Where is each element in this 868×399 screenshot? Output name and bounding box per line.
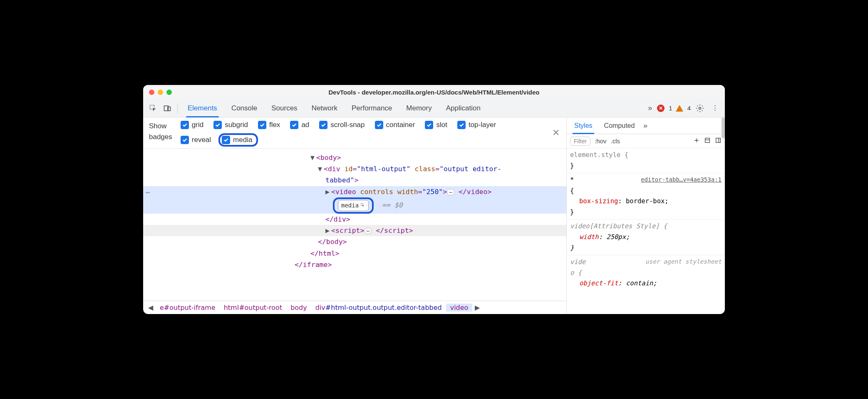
- tab-network[interactable]: Network: [306, 99, 343, 117]
- badge-checkbox-media[interactable]: media: [218, 133, 258, 147]
- more-tabs-icon[interactable]: »: [646, 104, 654, 112]
- breadcrumb: ◀ e#output-iframe html#output-root body …: [143, 301, 566, 314]
- scrollbar-thumb[interactable]: [722, 117, 725, 138]
- tab-application[interactable]: Application: [440, 99, 486, 117]
- badge-checkbox-ad[interactable]: ad: [290, 121, 309, 129]
- badges-label: Showbadges: [149, 121, 172, 142]
- elements-panel: Showbadges grid subgrid flex ad scroll-s…: [143, 117, 567, 314]
- source-link[interactable]: editor-tabb…v=4ae353a:1: [641, 175, 722, 185]
- more-sidebar-tabs-icon[interactable]: »: [641, 121, 649, 130]
- badge-checkbox-grid[interactable]: grid: [181, 121, 203, 129]
- dom-node-div[interactable]: ▼<div id="html-output" class="output edi…: [143, 163, 566, 175]
- window-title: DevTools - developer.mozilla.org/en-US/d…: [143, 89, 725, 96]
- dom-node-script[interactable]: ▶<script>⋯ </script>: [143, 225, 566, 236]
- svg-rect-5: [705, 138, 710, 143]
- main-toolbar: Elements Console Sources Network Perform…: [143, 99, 725, 117]
- breadcrumb-item-active[interactable]: video: [446, 304, 473, 312]
- minimize-window-button[interactable]: [158, 90, 163, 95]
- dom-node-video[interactable]: ⋯▶<video controls width="250">⋯ </video>: [143, 186, 566, 197]
- breadcrumb-item[interactable]: div#html-output.output.editor-tabbed: [311, 304, 446, 312]
- breadcrumb-scroll-right[interactable]: ▶: [472, 304, 482, 312]
- ellipsis-icon[interactable]: ⋯: [364, 228, 372, 234]
- styles-toolbar: Filter :hov .cls: [567, 134, 725, 148]
- badge-settings-bar: Showbadges grid subgrid flex ad scroll-s…: [143, 117, 566, 149]
- dom-node-body-end[interactable]: </body>: [143, 236, 566, 247]
- close-window-button[interactable]: [149, 90, 154, 95]
- devtools-window: DevTools - developer.mozilla.org/en-US/d…: [143, 85, 725, 314]
- error-icon[interactable]: ✕: [657, 105, 665, 112]
- tab-performance[interactable]: Performance: [346, 99, 398, 117]
- close-badges-icon[interactable]: ✕: [552, 127, 560, 138]
- warning-icon[interactable]: [676, 105, 683, 112]
- styles-filter-input[interactable]: Filter: [570, 137, 590, 146]
- traffic-lights: [149, 90, 172, 95]
- titlebar: DevTools - developer.mozilla.org/en-US/d…: [143, 85, 725, 99]
- badge-checkbox-scroll-snap[interactable]: scroll-snap: [319, 121, 365, 129]
- svg-point-3: [699, 107, 701, 109]
- tab-memory[interactable]: Memory: [400, 99, 437, 117]
- dom-node-div-end[interactable]: </div>: [143, 214, 566, 225]
- badge-checkbox-container[interactable]: container: [375, 121, 415, 129]
- dom-node-html-end[interactable]: </html>: [143, 248, 566, 259]
- badge-checkbox-top-layer[interactable]: top-layer: [457, 121, 496, 129]
- ellipsis-icon[interactable]: ⋯: [447, 189, 454, 195]
- media-badge[interactable]: media: [338, 200, 369, 211]
- dom-node-div-cont[interactable]: tabbed">: [143, 175, 566, 186]
- dom-node-body[interactable]: ▼<body>: [143, 152, 566, 163]
- toggle-sidebar-icon[interactable]: [715, 137, 722, 145]
- badge-checkbox-slot[interactable]: slot: [425, 121, 447, 129]
- error-count: 1: [668, 105, 672, 112]
- sidebar-tabs: Styles Computed »: [567, 117, 725, 134]
- breadcrumb-scroll-left[interactable]: ◀: [146, 304, 156, 312]
- dom-tree[interactable]: ▼<body> ▼<div id="html-output" class="ou…: [143, 149, 566, 301]
- separator: [177, 103, 178, 113]
- badge-checkbox-reveal[interactable]: reveal: [181, 135, 211, 145]
- ua-stylesheet-label: user agent stylesheet: [645, 257, 722, 267]
- breadcrumb-item[interactable]: html#output-root: [220, 304, 286, 312]
- warning-count: 4: [687, 105, 691, 112]
- media-badge-highlight: media: [333, 197, 374, 214]
- zoom-window-button[interactable]: [166, 90, 172, 95]
- svg-rect-6: [716, 138, 721, 143]
- new-style-rule-icon[interactable]: [693, 137, 700, 145]
- breadcrumb-item[interactable]: e#output-iframe: [156, 304, 220, 312]
- badge-checkbox-subgrid[interactable]: subgrid: [213, 121, 248, 129]
- device-toolbar-icon[interactable]: [161, 102, 173, 114]
- sidebar-tab-computed[interactable]: Computed: [599, 117, 640, 134]
- badge-checkbox-flex[interactable]: flex: [258, 121, 280, 129]
- settings-icon[interactable]: [694, 102, 706, 114]
- cls-toggle[interactable]: .cls: [610, 137, 620, 145]
- breadcrumb-item[interactable]: body: [286, 304, 311, 312]
- tab-sources[interactable]: Sources: [265, 99, 303, 117]
- tab-elements[interactable]: Elements: [182, 99, 223, 117]
- styles-rules[interactable]: element.style { } *editor-tabb…v=4ae353a…: [567, 148, 725, 314]
- inspect-element-icon[interactable]: [147, 102, 159, 114]
- dollar-zero: == $0: [382, 201, 403, 209]
- sidebar-tab-styles[interactable]: Styles: [569, 117, 598, 134]
- dom-node-video-badge-row[interactable]: media == $0: [143, 197, 566, 214]
- styles-sidebar: Styles Computed » Filter :hov .cls eleme…: [567, 117, 725, 314]
- computed-mode-icon[interactable]: [704, 137, 711, 145]
- hover-toggle[interactable]: :hov: [595, 137, 606, 145]
- dom-node-iframe-end[interactable]: </iframe>: [143, 259, 566, 270]
- kebab-menu-icon[interactable]: ⋮: [709, 102, 721, 114]
- tab-console[interactable]: Console: [226, 99, 263, 117]
